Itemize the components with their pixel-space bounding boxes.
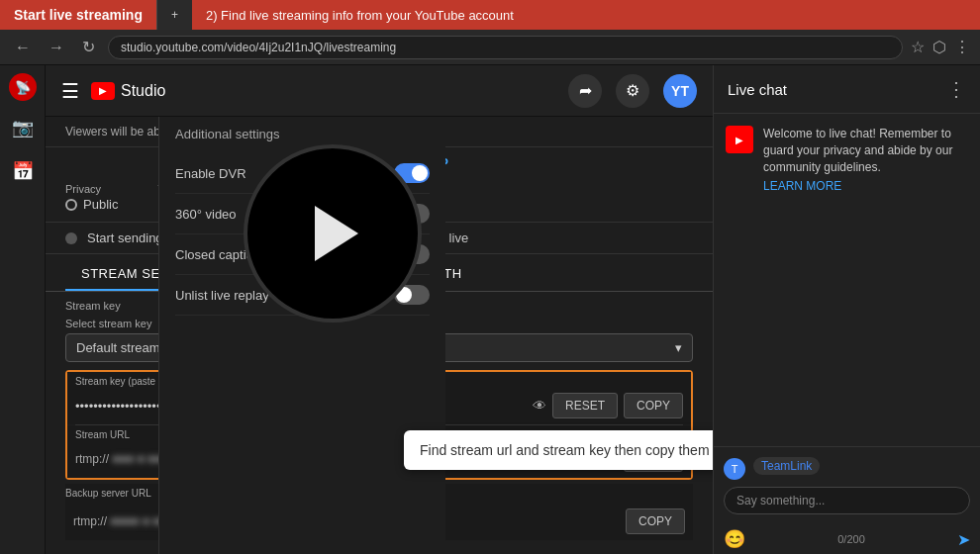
refresh-button[interactable]: ↻ xyxy=(77,36,100,58)
chat-header: Live chat ⋮ xyxy=(714,65,980,114)
studio-header: ☰ Studio ➦ ⚙ YT xyxy=(46,65,713,117)
extension-icon[interactable]: ⬡ xyxy=(932,38,946,56)
share-button[interactable]: ➦ xyxy=(568,74,602,108)
youtube-icon xyxy=(91,82,115,100)
public-dot xyxy=(65,199,77,211)
camera-icon[interactable]: 📷 xyxy=(6,111,40,144)
start-streaming-label: Start live streaming xyxy=(14,7,143,23)
play-icon xyxy=(315,206,358,261)
360-video-label: 360° video xyxy=(175,207,237,222)
yt-red-icon: ▶ xyxy=(726,126,753,153)
privacy-label: Privacy xyxy=(65,183,118,195)
live-chat-title: Live chat xyxy=(728,81,787,98)
chat-more-icon[interactable]: ⋮ xyxy=(946,77,966,101)
forward-button[interactable]: → xyxy=(44,37,69,58)
yt-logo: Studio xyxy=(91,82,165,100)
back-button[interactable]: ← xyxy=(10,37,36,58)
chat-welcome-message: ▶ Welcome to live chat! Remember to guar… xyxy=(714,114,980,205)
privacy-value: Public xyxy=(65,197,118,212)
enable-dvr-label: Enable DVR xyxy=(175,166,246,181)
address-bar: ← → ↻ studio.youtube.com/video/4Ij2u2I1n… xyxy=(0,30,980,65)
calendar-icon[interactable]: 📅 xyxy=(6,154,40,188)
url-input[interactable]: studio.youtube.com/video/4Ij2u2I1nJQ/liv… xyxy=(108,36,903,59)
chat-input-area: T TeamLink Say something... xyxy=(714,446,980,524)
additional-settings-title: Additional settings xyxy=(175,127,430,141)
browser-icons: ☆ ⬡ ⋮ xyxy=(911,38,970,56)
chat-spacer xyxy=(714,205,980,446)
avatar[interactable]: YT xyxy=(663,74,697,108)
teamlink-badge: TeamLink xyxy=(753,457,820,475)
eye-icon[interactable]: 👁 xyxy=(533,398,546,414)
chat-bottom: 😊 0/200 ➤ xyxy=(714,524,980,554)
video-preview[interactable] xyxy=(244,144,422,323)
status-dot xyxy=(65,232,77,244)
start-streaming-tab[interactable]: Start live streaming xyxy=(0,0,156,30)
left-sidebar: 📡 📷 📅 xyxy=(0,65,46,554)
send-button[interactable]: ➤ xyxy=(957,530,970,549)
chat-welcome-text: Welcome to live chat! Remember to guard … xyxy=(763,126,968,175)
char-count: 0/200 xyxy=(837,533,865,545)
studio-title: Studio xyxy=(121,82,165,100)
emoji-button[interactable]: 😊 xyxy=(724,528,745,550)
star-icon[interactable]: ☆ xyxy=(911,38,925,56)
hamburger-icon[interactable]: ☰ xyxy=(61,79,79,103)
notification-icon[interactable]: 📡 xyxy=(9,73,37,101)
instruction-label: 2) Find live streaming info from your Yo… xyxy=(192,0,980,30)
menu-icon[interactable]: ⋮ xyxy=(954,38,970,56)
new-tab-button[interactable]: + xyxy=(156,0,192,30)
live-chat-panel: Live chat ⋮ ▶ Welcome to live chat! Reme… xyxy=(713,65,980,554)
chevron-down-icon: ▾ xyxy=(675,340,682,355)
chat-input[interactable]: Say something... xyxy=(724,487,970,514)
reset-button[interactable]: RESET xyxy=(552,393,618,418)
header-icons: ➦ ⚙ YT xyxy=(568,74,697,108)
teamlink-avatar: T xyxy=(724,458,745,480)
copy-key-button[interactable]: COPY xyxy=(624,393,683,418)
settings-button[interactable]: ⚙ xyxy=(616,74,649,108)
tooltip-bubble: Find stream url and stream key then copy… xyxy=(404,430,713,470)
copy-backup-button[interactable]: COPY xyxy=(626,508,685,534)
content-area: ☰ Studio ➦ ⚙ YT Viewers will be able to … xyxy=(46,65,713,554)
learn-more-link[interactable]: LEARN MORE xyxy=(763,179,968,193)
